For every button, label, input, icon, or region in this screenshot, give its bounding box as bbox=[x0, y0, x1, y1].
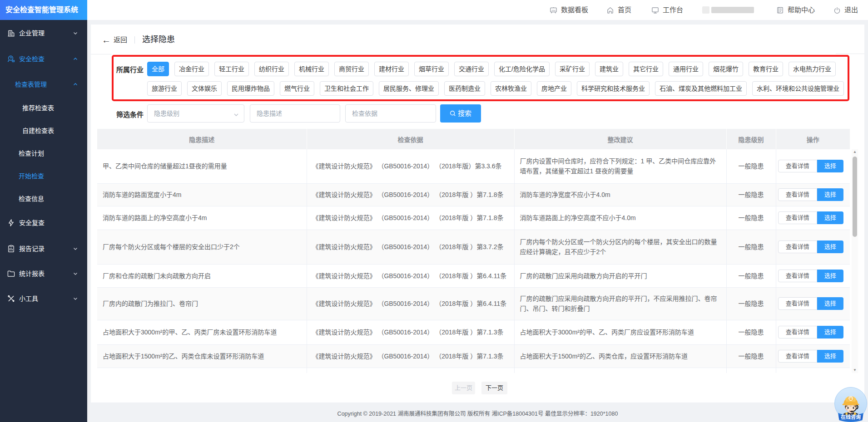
svg-text:在线咨询: 在线咨询 bbox=[841, 414, 861, 420]
